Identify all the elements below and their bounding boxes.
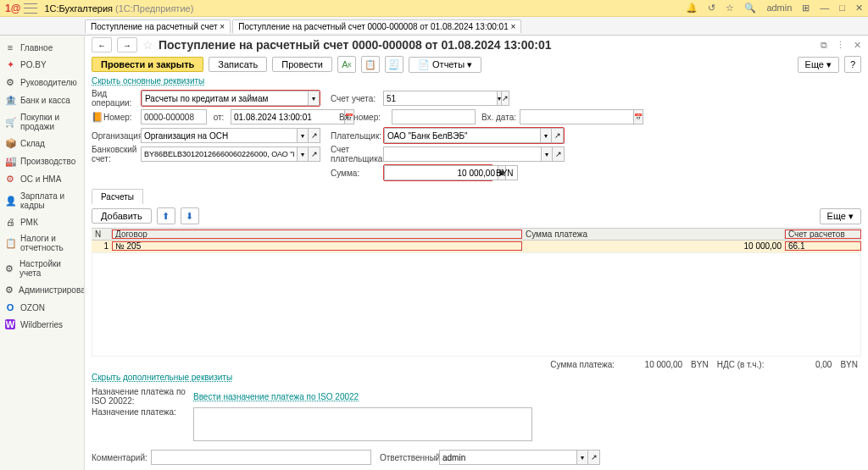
more-button[interactable]: Еще ▾ [798,57,839,73]
date-field[interactable] [231,109,344,124]
iso-link[interactable]: Ввести назначение платежа по ISO 20022 [193,392,359,401]
tab-settlements[interactable]: Расчеты [92,189,143,204]
number-field[interactable] [141,109,207,124]
hide-extra-link[interactable]: Скрыть дополнительные реквизиты [85,373,868,384]
sidebar: ≡Главное ✦PO.BY ⚙Руководителю 🏦Банк и ка… [0,36,85,470]
windows-icon[interactable]: ⊞ [802,3,810,14]
status-icon[interactable]: 📙 [92,112,103,123]
star-icon[interactable]: ☆ [726,3,734,14]
nav-bank[interactable]: 🏦Банк и касса [0,91,84,109]
org-label: Организация: [92,131,141,141]
nav-manuf[interactable]: 🏭Производство [0,152,84,170]
nav-sales[interactable]: 🛒Покупки и продажи [0,109,84,135]
nav-wb[interactable]: WWildberries [0,316,84,333]
menu-dots-icon[interactable]: ⋮ [836,40,845,51]
hide-main-link[interactable]: Скрыть основные реквизиты [85,76,868,87]
tab[interactable]: Поступление на расчетный счет × [85,19,231,33]
nav-tax[interactable]: 📋Налоги и отчетность [0,230,84,256]
write-button[interactable]: Записать [209,57,267,72]
detach-icon[interactable]: ⧉ [821,40,827,51]
help-button[interactable]: ? [844,56,861,73]
calendar-icon[interactable]: 📅 [633,109,643,124]
history-icon[interactable]: ↺ [708,3,715,14]
payer-field[interactable] [384,128,540,143]
responsible-field[interactable] [439,450,576,465]
search-icon[interactable]: 🔍 [744,3,756,14]
register-button[interactable]: 🧾 [385,56,403,73]
user-name[interactable]: admin [766,3,792,14]
chevron-down-icon[interactable]: ▾ [297,128,309,143]
open-icon[interactable]: ↗ [553,147,565,162]
nav-poby[interactable]: ✦PO.BY [0,56,84,74]
gear-icon: ⚙ [5,77,15,88]
chevron-down-icon[interactable]: ▾ [308,91,320,106]
account-field[interactable] [383,91,497,106]
in-number-field[interactable] [392,109,476,124]
dk-button[interactable]: АК [337,56,356,73]
ozon-icon: O [5,302,15,312]
bank-icon: 🏦 [5,95,15,106]
chevron-down-icon[interactable]: ▾ [540,128,552,143]
clipboard-icon: 📋 [5,238,15,249]
org-field[interactable] [141,128,297,143]
open-icon[interactable]: ↗ [552,128,564,143]
payer-acc-field[interactable] [383,147,541,162]
bank-acc-field[interactable] [141,147,297,162]
nav-settings[interactable]: ⚙Настройки учета [0,256,84,281]
app-title: 1С:Бухгалтерия (1С:Предприятие) [44,3,193,14]
bell-icon[interactable]: 🔔 [686,3,698,14]
user-icon: 👤 [5,196,15,207]
nav-ozon[interactable]: OOZON [0,299,84,316]
app-logo: 1@ [5,3,20,14]
purpose-textarea[interactable] [193,407,532,441]
minimize-icon[interactable]: — [820,3,829,14]
from-label: от: [207,113,231,122]
sum-label: Сумма: [331,169,383,178]
open-icon[interactable]: ↗ [588,450,600,465]
close-page-icon[interactable]: ✕ [854,40,861,51]
open-icon[interactable]: ↗ [502,91,509,106]
nav-hr[interactable]: 👤Зарплата и кадры [0,188,84,213]
table-row[interactable]: 1 № 205 10 000,00 66.1 [92,241,861,253]
nav-rmk[interactable]: 🖨РМК [0,213,84,230]
forward-button[interactable]: → [117,37,137,53]
number-label: Номер: [103,113,141,122]
nav-warehouse[interactable]: 📦Склад [0,135,84,152]
favorite-icon[interactable]: ☆ [142,38,153,52]
open-icon[interactable]: ↗ [309,128,320,143]
operation-label: Вид операции: [92,89,141,108]
operation-select[interactable] [142,91,308,106]
nav-main[interactable]: ≡Главное [0,39,84,56]
maximize-icon[interactable]: □ [839,3,845,14]
grid-header: N Договор Сумма платежа Счет расчетов [92,228,861,241]
move-up-button[interactable]: ⬆ [157,207,175,224]
total-vat: 0,00 [772,360,832,369]
grid-more-button[interactable]: Еще ▾ [820,208,861,224]
chevron-down-icon[interactable]: ▾ [297,147,309,162]
page-title: Поступление на расчетный счет 0000-00000… [159,38,552,52]
sum-field[interactable] [384,165,498,180]
tab[interactable]: Поступление на расчетный счет 0000-00000… [232,19,521,33]
chevron-down-icon[interactable]: ▾ [541,147,553,162]
post-and-close-button[interactable]: Провести и закрыть [92,57,203,72]
nav-admin[interactable]: ⚙Администрирование [0,281,84,299]
reports-button[interactable]: 📄 Отчеты ▾ [409,57,481,73]
add-button[interactable]: Добавить [92,208,152,224]
nav-assets[interactable]: ⚙ОС и НМА [0,170,84,188]
back-button[interactable]: ← [92,37,112,53]
bank-acc-label: Банковский счет: [92,145,141,163]
close-icon[interactable]: ✕ [855,3,863,14]
grid-body[interactable] [92,253,861,357]
comment-field[interactable] [151,450,371,465]
post-button[interactable]: Провести [272,57,332,72]
gear-icon: ⚙ [5,263,14,274]
responsible-label: Ответственный: [371,453,439,462]
cart-icon: 🛒 [5,117,15,128]
in-date-field[interactable] [520,109,633,124]
open-icon[interactable]: ↗ [309,147,320,162]
nav-manager[interactable]: ⚙Руководителю [0,74,84,91]
chevron-down-icon[interactable]: ▾ [576,450,588,465]
move-down-button[interactable]: ⬇ [181,207,199,224]
hamburger-icon[interactable] [24,3,37,14]
list-button[interactable]: 📋 [361,56,380,73]
